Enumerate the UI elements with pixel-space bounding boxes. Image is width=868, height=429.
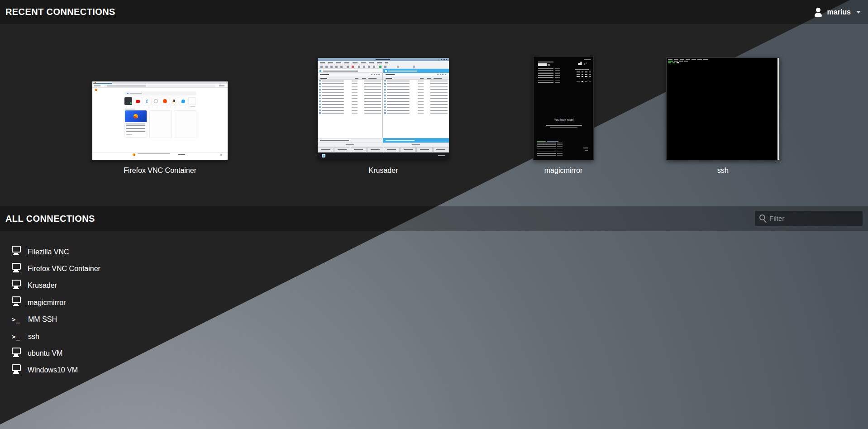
kr-fnkey-button: [400, 147, 416, 153]
kr-right-status-text: [386, 140, 415, 141]
ff-card-text: [126, 124, 145, 132]
mm-wind-line: [584, 59, 591, 60]
sh-line3-prompt2: [672, 62, 675, 63]
kr-tool-icon: [368, 66, 370, 68]
ff-card-firefox-logo: [134, 114, 138, 119]
ff-card-footer: [126, 134, 132, 135]
thumbnail-caption: Firefox VNC Container: [92, 167, 228, 175]
connection-item-windows10-vm[interactable]: Windows10 VM: [12, 362, 114, 379]
ff-shortcut-amazon: a: [170, 97, 178, 105]
monitor-icon: [12, 263, 21, 270]
kr-taskbar-app-icon-glyph: [323, 155, 324, 157]
kr-left-col-name: [320, 78, 327, 79]
kr-right-col-name: [386, 78, 392, 79]
mm-date-line: [538, 62, 553, 62]
kr-tool-icon: [413, 66, 415, 68]
ff-notice-logo: [133, 153, 135, 156]
mm-calendar-times: [555, 68, 560, 84]
kr-left-file-list: [318, 80, 382, 138]
connection-item-mm-ssh[interactable]: >_ MM SSH: [12, 311, 114, 328]
all-connections-title: ALL CONNECTIONS: [5, 206, 95, 231]
connection-label: Firefox VNC Container: [28, 265, 100, 273]
terminal-icon: >_: [12, 333, 21, 340]
top-bar: RECENT CONNECTIONS marius: [0, 0, 868, 24]
sh-line2-prompt: [668, 61, 673, 62]
connection-item-magicmirror[interactable]: magicmirror: [12, 294, 114, 311]
ssh-thumbnail-preview: [666, 57, 780, 160]
mm-forecast-temps-high: [585, 72, 587, 83]
ff-notice-text: [138, 153, 170, 156]
connection-label: ssh: [28, 333, 39, 341]
thumbnail-caption: ssh: [666, 167, 780, 175]
kr-fnkey-button: [416, 147, 432, 153]
sh-cursor-block: [677, 62, 679, 64]
ff-ghost-card-1: [149, 110, 172, 138]
ff-nav-menu-icons: [219, 85, 224, 86]
mm-news-accent-blue: [547, 141, 558, 142]
kr-left-home-label: [320, 74, 329, 75]
ff-bookmark-firefox-logo: [95, 89, 97, 91]
kr-path-left-icon: [320, 70, 321, 72]
kr-right-home-label: [386, 74, 395, 75]
connection-label: magicmirror: [28, 299, 66, 307]
kr-left-col-size: [362, 78, 366, 79]
sh-line1: [668, 59, 708, 60]
caret-down-icon: [856, 11, 861, 14]
mm-news-left-col: [537, 143, 556, 157]
monitor-icon: [12, 364, 21, 371]
filter-input[interactable]: [755, 211, 863, 226]
ff-notice-link: [178, 154, 185, 155]
connection-item-filezilla-vnc[interactable]: Filezilla VNC: [12, 243, 114, 260]
ff-shortcut-empty: [188, 97, 196, 105]
sh-scrollbar: [777, 58, 779, 160]
connection-item-firefox-vnc-container[interactable]: Firefox VNC Container: [12, 260, 114, 277]
kr-right-col-size: [427, 78, 431, 79]
kr-left-col-modified: [368, 78, 377, 79]
kr-tool-icon: [330, 66, 333, 68]
kr-fnkey-button: [318, 147, 334, 153]
recent-connections-title: RECENT CONNECTIONS: [5, 0, 115, 24]
mm-bottom-right-icon2: [585, 150, 588, 151]
mm-quote-line-2: [550, 127, 577, 128]
connection-list: Filezilla VNC Firefox VNC Container Krus…: [12, 243, 114, 379]
kr-right-pane-icons: [437, 74, 446, 75]
mm-weather-sun-ray: [580, 62, 582, 63]
krusader-thumbnail-preview: [318, 58, 449, 159]
ff-section-label: [125, 109, 135, 110]
connection-item-ubuntu-vm[interactable]: ubuntu VM: [12, 345, 114, 362]
kr-fnkey-button: [384, 147, 400, 153]
connection-item-krusader[interactable]: Krusader: [12, 277, 114, 294]
mm-compliment: You look nice!: [534, 118, 594, 121]
kr-tool-icon: [347, 66, 349, 68]
ff-shortcut-terminal-dot: [130, 102, 132, 104]
ff-nav-buttons: [94, 85, 100, 86]
mm-news-right-col: [557, 143, 563, 157]
kr-right-col-modified: [434, 78, 442, 79]
kr-tool-icon: [352, 66, 354, 68]
ff-notice-close-icon: [220, 154, 222, 156]
kr-path-right-icon: [385, 70, 387, 72]
mm-forecast-icons: [582, 72, 583, 83]
user-menu[interactable]: marius: [810, 0, 864, 24]
kr-tool-icon: [384, 66, 386, 68]
kr-menu-items: [320, 62, 388, 63]
connection-label: ubuntu VM: [28, 349, 62, 358]
kr-fnkey-button: [351, 147, 367, 153]
kr-left-status-text: [320, 140, 349, 141]
mm-quote-line-1: [546, 125, 582, 126]
monitor-icon: [12, 348, 21, 354]
kr-path-left-text: [323, 71, 358, 72]
mm-news-accent-green: [537, 141, 546, 142]
connection-label: Krusader: [28, 281, 57, 290]
all-connections-bar: ALL CONNECTIONS: [0, 206, 868, 231]
ff-ghost-card-2: [174, 110, 196, 138]
kr-title-text: [376, 59, 390, 60]
kr-tool-icon: [373, 66, 375, 68]
user-icon: [814, 8, 823, 17]
kr-tool-icon: [320, 66, 323, 68]
kr-window-buttons: [441, 59, 447, 60]
connection-item-ssh[interactable]: >_ ssh: [12, 328, 114, 345]
kr-tool-icon: [340, 66, 343, 68]
kr-left-col-ext: [355, 78, 358, 79]
kr-fnkey-button: [367, 147, 383, 153]
